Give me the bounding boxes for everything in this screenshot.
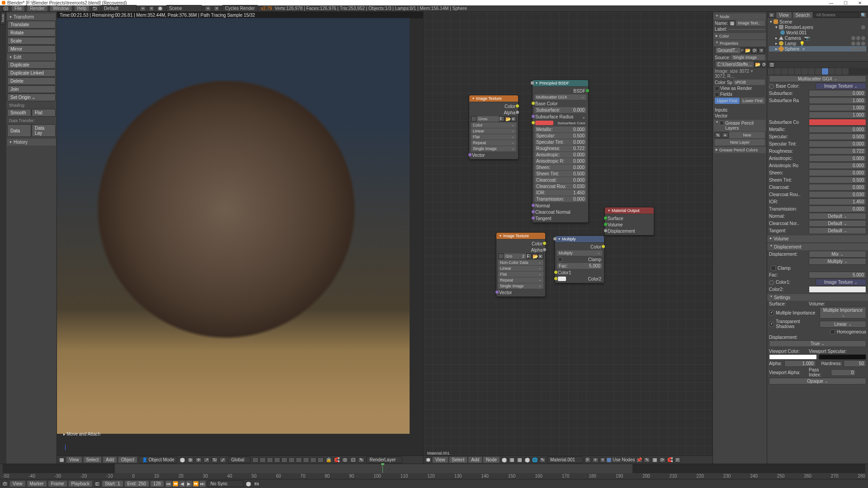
- render-menu[interactable]: Render: [27, 5, 47, 11]
- editor-type-icon[interactable]: ≡: [769, 12, 775, 18]
- color-socket[interactable]: [516, 104, 519, 108]
- file-menu[interactable]: File: [12, 5, 24, 11]
- manipulator-icon[interactable]: ✛: [195, 457, 202, 463]
- view-menu[interactable]: View: [776, 12, 792, 18]
- frame-menu[interactable]: Frame: [48, 481, 67, 487]
- blend-mode-select[interactable]: Multiply: [809, 258, 866, 265]
- alpha-field[interactable]: 1.000: [784, 360, 816, 367]
- node-section-header[interactable]: Node: [714, 14, 766, 20]
- render-tab[interactable]: [768, 68, 774, 75]
- unlink-icon[interactable]: ✕: [511, 116, 516, 122]
- editor-type-icon[interactable]: ⬢: [425, 457, 431, 463]
- renderlayer-dropdown[interactable]: RenderLayer: [366, 456, 402, 463]
- sheen-field[interactable]: 0.000: [809, 169, 866, 176]
- displacement-socket[interactable]: [604, 229, 607, 232]
- transparent-shadows-checkbox[interactable]: [769, 322, 774, 327]
- subsurface-radius-z[interactable]: 1.000: [809, 112, 866, 118]
- select-menu[interactable]: Select: [84, 457, 102, 463]
- extension-select[interactable]: Repeat: [471, 140, 516, 145]
- outliner-lamp[interactable]: ▸ Lamp💡: [769, 41, 866, 46]
- open-icon[interactable]: 📂: [505, 116, 510, 122]
- duplicate-linked-button[interactable]: Duplicate Linked: [7, 69, 56, 77]
- mix-rgb-node[interactable]: Multiply Color Multiply Clamp Fac:5.000 …: [555, 235, 604, 283]
- color2-swatch[interactable]: [558, 277, 566, 281]
- modifiers-tab[interactable]: [808, 68, 815, 75]
- join-button[interactable]: Join: [7, 85, 56, 93]
- world-tab[interactable]: [788, 68, 794, 75]
- play-reverse-button[interactable]: ◀: [179, 481, 185, 487]
- gp-layers-header[interactable]: Grease Pencil Layers: [714, 120, 766, 131]
- object-tab[interactable]: [795, 68, 801, 75]
- copy-icon[interactable]: ⎘: [675, 457, 681, 463]
- search-menu[interactable]: Search: [793, 12, 813, 18]
- surface-socket[interactable]: [604, 216, 607, 220]
- unlink-icon[interactable]: ✕: [759, 48, 764, 53]
- unlink-icon[interactable]: ✕: [600, 457, 605, 463]
- history-panel-header[interactable]: History: [7, 139, 56, 145]
- source-select[interactable]: Single Image: [731, 55, 765, 60]
- duplicate-button[interactable]: Duplicate: [7, 61, 56, 69]
- manipulator-translate-icon[interactable]: ↗: [203, 457, 210, 463]
- marker-menu[interactable]: Marker: [27, 481, 47, 487]
- volume-section[interactable]: Volume: [767, 235, 868, 242]
- outliner-renderlayers[interactable]: ▾ RenderLayers: [769, 24, 866, 30]
- transmission-field[interactable]: 0.000: [809, 206, 866, 212]
- current-frame-field[interactable]: 128: [151, 481, 164, 487]
- timeline-cursor[interactable]: [382, 464, 383, 473]
- keyframe-back-button[interactable]: ⏪: [172, 481, 179, 487]
- material-dropdown[interactable]: Material.001: [547, 456, 583, 463]
- transform-panel-header[interactable]: Transform: [7, 14, 56, 20]
- distribution-select[interactable]: Multiscatter GGX: [769, 75, 866, 82]
- editor-type-icon[interactable]: ☰: [769, 62, 775, 67]
- specular-tint-field[interactable]: Specular Tint:0.000: [534, 139, 586, 145]
- particles-tab[interactable]: [835, 68, 842, 75]
- fac-field[interactable]: Fac:5.000: [557, 263, 602, 269]
- ior-field[interactable]: 1.450: [809, 198, 866, 205]
- viewport-shading-icon[interactable]: ⬤: [179, 457, 185, 463]
- clamp-checkbox[interactable]: [771, 266, 776, 271]
- node-header[interactable]: Image Texture: [496, 233, 545, 239]
- transmission-field[interactable]: Transmission:0.000: [534, 196, 586, 202]
- subsurface-radius-y[interactable]: 1.000: [809, 104, 866, 111]
- pass-index-field[interactable]: 0: [831, 369, 856, 376]
- roughness-field[interactable]: Roughness:0.722: [534, 145, 586, 151]
- node-header[interactable]: Image Texture: [469, 95, 518, 102]
- vector-socket[interactable]: [468, 153, 472, 156]
- subsurface-field[interactable]: 0.000: [809, 90, 866, 97]
- anisotropic-rotation-field[interactable]: 0.000: [809, 162, 866, 169]
- principled-bsdf-node[interactable]: Principled BSDF BSDF Multiscatter GGX Ba…: [532, 80, 589, 223]
- filter-dropdown[interactable]: All Scenes: [814, 12, 859, 18]
- color-socket[interactable]: [602, 245, 605, 248]
- manipulator-scale-icon[interactable]: ⤢: [220, 457, 226, 463]
- node-menu[interactable]: Node: [483, 457, 500, 463]
- color1-link[interactable]: Image Texture: [816, 279, 866, 286]
- delete-button[interactable]: Delete: [7, 77, 56, 85]
- mode-dropdown[interactable]: 👤 Object Mode: [139, 456, 177, 463]
- orientation-dropdown[interactable]: Global: [228, 456, 250, 463]
- screen-layout-dropdown[interactable]: Default: [101, 5, 137, 12]
- clearcoat-field[interactable]: Clearcoat:0.000: [534, 177, 586, 183]
- viewport-color-swatch[interactable]: [769, 354, 817, 360]
- rotate-button[interactable]: Rotate: [7, 29, 56, 37]
- clearcoat-roughness-field[interactable]: 0.030: [809, 191, 866, 198]
- alpha-socket[interactable]: [543, 248, 546, 251]
- lower-first-button[interactable]: Lower First: [741, 98, 765, 104]
- open-icon[interactable]: 📂: [745, 48, 751, 53]
- specular-field[interactable]: Specular:0.500: [534, 133, 586, 139]
- tools-tab[interactable]: Tools: [0, 12, 6, 25]
- clearcoat-normal-select[interactable]: Default: [809, 220, 866, 227]
- alpha-socket[interactable]: [516, 111, 519, 114]
- scene-icon[interactable]: ⬣: [157, 6, 163, 11]
- browse-icon[interactable]: [471, 116, 476, 122]
- anisotropic-field[interactable]: 0.000: [809, 155, 866, 162]
- material-tab[interactable]: [822, 68, 828, 75]
- mirror-button[interactable]: Mirror: [7, 45, 56, 53]
- flat-button[interactable]: Flat: [32, 109, 56, 117]
- image-name-field[interactable]: Gro: [504, 253, 520, 259]
- range-icon[interactable]: ⊏: [94, 481, 100, 487]
- start-frame-field[interactable]: Start:1: [102, 481, 123, 487]
- filepath-field[interactable]: C:\Users\Steffe...: [716, 61, 754, 67]
- data-button[interactable]: Data: [7, 124, 31, 137]
- sheen-field[interactable]: Sheen:0.000: [534, 164, 586, 170]
- backdrop-icon[interactable]: ▦: [651, 457, 658, 463]
